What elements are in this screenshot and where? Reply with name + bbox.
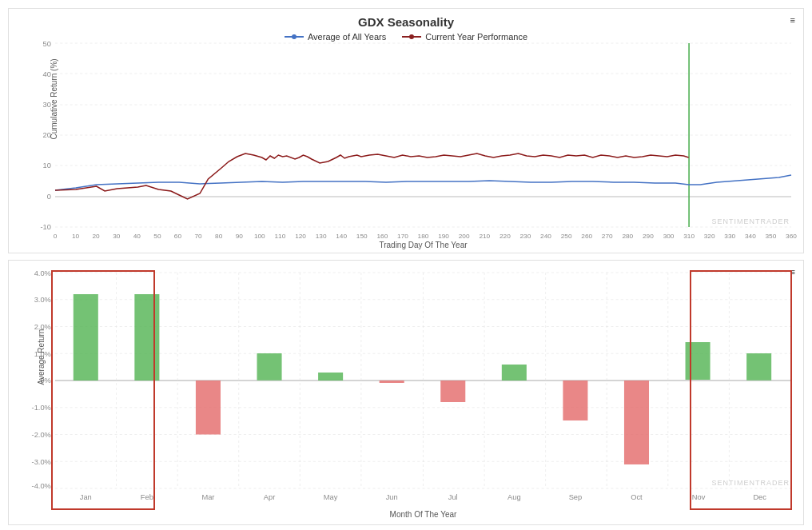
legend-dot-red: [409, 34, 414, 39]
top-chart-svg: 50 40 30 20 10 0 -10 0 10 20 30 40 50 60…: [55, 43, 791, 227]
svg-text:3.0%: 3.0%: [34, 296, 51, 304]
svg-text:50: 50: [42, 40, 50, 48]
svg-text:310: 310: [683, 233, 695, 240]
top-chart-area: Cumulative Return (%) Trading Day Of The…: [55, 43, 791, 227]
svg-text:Nov: Nov: [692, 493, 706, 501]
y-axis-label-bottom: Average Return: [37, 329, 46, 385]
svg-text:20: 20: [93, 233, 101, 240]
bar-jul-red: [440, 381, 465, 402]
svg-text:Jul: Jul: [448, 493, 458, 501]
svg-text:120: 120: [295, 233, 306, 240]
svg-text:0: 0: [47, 193, 51, 201]
svg-text:Jun: Jun: [386, 493, 398, 501]
svg-text:200: 200: [459, 233, 470, 240]
svg-text:10: 10: [72, 233, 80, 240]
svg-text:250: 250: [561, 233, 572, 240]
svg-text:270: 270: [602, 233, 613, 240]
svg-text:May: May: [324, 493, 338, 501]
svg-text:60: 60: [174, 233, 182, 240]
svg-text:Sep: Sep: [569, 493, 583, 501]
svg-text:-3.0%: -3.0%: [32, 458, 51, 466]
svg-text:100: 100: [254, 233, 265, 240]
watermark-bottom: SENTIMENTRADER: [711, 479, 790, 487]
svg-text:50: 50: [153, 233, 161, 240]
svg-text:190: 190: [438, 233, 449, 240]
legend-avg: Average of All Years: [285, 32, 386, 42]
svg-text:260: 260: [581, 233, 592, 240]
svg-text:300: 300: [663, 233, 675, 240]
bar-mar-red: [196, 381, 221, 435]
svg-text:-10: -10: [40, 223, 50, 231]
svg-text:Oct: Oct: [631, 493, 643, 501]
svg-text:Apr: Apr: [264, 493, 275, 501]
chart-title: GDX Seasonality: [9, 9, 803, 29]
bar-apr-green: [257, 353, 281, 381]
svg-text:220: 220: [500, 233, 511, 240]
svg-text:110: 110: [274, 233, 285, 240]
top-chart-legend: Average of All Years Current Year Perfor…: [9, 32, 803, 42]
svg-text:360: 360: [786, 233, 797, 240]
main-container: GDX Seasonality Average of All Years Cur…: [0, 0, 812, 530]
svg-text:Aug: Aug: [508, 493, 521, 501]
legend-line-blue: [285, 36, 304, 38]
hamburger-top[interactable]: ≡: [790, 15, 795, 25]
bar-may-green: [318, 373, 343, 381]
svg-text:240: 240: [540, 233, 551, 240]
svg-text:140: 140: [336, 233, 347, 240]
svg-text:130: 130: [316, 233, 327, 240]
svg-text:Jan: Jan: [80, 493, 92, 501]
top-chart-container: GDX Seasonality Average of All Years Cur…: [8, 8, 804, 253]
legend-avg-label: Average of All Years: [308, 32, 386, 42]
legend-dot-blue: [292, 34, 297, 39]
svg-text:4.0%: 4.0%: [34, 269, 51, 277]
x-axis-label-bottom: Month Of The Year: [55, 510, 791, 519]
bottom-chart-container: ≡ Average Return Month Of The Year SENTI…: [8, 260, 804, 525]
svg-text:70: 70: [195, 233, 203, 240]
svg-text:Dec: Dec: [753, 493, 766, 501]
hamburger-icon-top[interactable]: ≡: [790, 15, 795, 25]
svg-text:170: 170: [397, 233, 408, 240]
svg-text:160: 160: [376, 233, 388, 240]
bar-oct-red: [624, 381, 649, 464]
bottom-chart-area: Average Return Month Of The Year SENTIME…: [55, 273, 791, 488]
svg-text:180: 180: [418, 233, 429, 240]
svg-text:-2.0%: -2.0%: [32, 431, 51, 439]
bar-sep-red: [563, 381, 587, 420]
svg-text:90: 90: [236, 233, 244, 240]
svg-text:320: 320: [704, 233, 715, 240]
bar-jan-green: [74, 294, 98, 381]
svg-text:-4.0%: -4.0%: [32, 482, 51, 490]
svg-text:280: 280: [622, 233, 633, 240]
legend-line-red: [402, 36, 421, 38]
svg-text:40: 40: [133, 233, 141, 240]
svg-text:330: 330: [724, 233, 735, 240]
svg-text:Feb: Feb: [141, 493, 153, 501]
svg-text:290: 290: [643, 233, 654, 240]
legend-curr: Current Year Performance: [402, 32, 527, 42]
bar-jun-red: [380, 381, 404, 383]
bar-nov-green: [686, 342, 710, 380]
svg-text:30: 30: [113, 233, 121, 240]
x-axis-label-top: Trading Day Of The Year: [55, 241, 791, 249]
svg-text:80: 80: [215, 233, 223, 240]
svg-text:350: 350: [766, 233, 777, 240]
svg-text:-1.0%: -1.0%: [32, 404, 51, 412]
svg-text:340: 340: [745, 233, 756, 240]
svg-text:210: 210: [479, 233, 490, 240]
bar-feb-green: [134, 294, 159, 381]
y-axis-label-top: Cumulative Return (%): [50, 58, 58, 139]
svg-text:10: 10: [42, 161, 50, 169]
watermark-top: SENTIMENTRADER: [711, 217, 790, 225]
svg-text:150: 150: [356, 233, 368, 240]
legend-curr-label: Current Year Performance: [425, 32, 527, 42]
bar-dec-green: [746, 353, 771, 381]
svg-text:230: 230: [520, 233, 531, 240]
bottom-chart-svg: 4.0% 3.0% 2.0% 1.0% 0% -1.0% -2.0% -3.0%…: [55, 273, 791, 488]
svg-text:0: 0: [54, 233, 58, 240]
bar-aug-green: [502, 365, 527, 381]
svg-text:Mar: Mar: [201, 493, 214, 501]
